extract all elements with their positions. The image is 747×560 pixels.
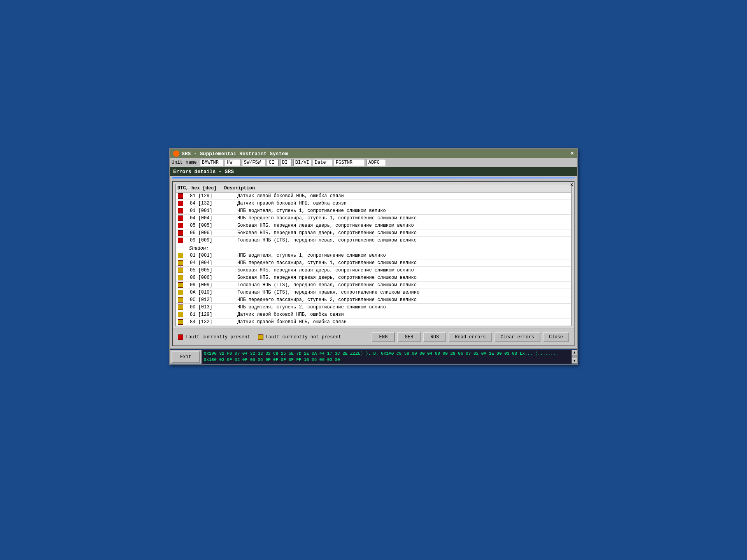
legend-fault-not-present: Fault currently not present bbox=[258, 334, 341, 340]
error-description: НПБ переднего пассажира, ступень 1, сопр… bbox=[236, 215, 570, 221]
table-row: 0A [010] Головная НПБ (ITS), передняя пр… bbox=[176, 289, 571, 296]
table-row: 05 [005] Боковая НПБ, передняя левая две… bbox=[176, 222, 571, 229]
error-description: Головная НПБ (ITS), передняя правая, соп… bbox=[236, 290, 570, 295]
error-description: НПБ переднего пассажира, ступень 1, сопр… bbox=[236, 260, 570, 266]
error-indicator bbox=[177, 193, 189, 199]
dtc-code: 05 [005] bbox=[189, 268, 236, 273]
inner-close-button[interactable]: × bbox=[570, 182, 573, 188]
errors-header: Errors details - SRS bbox=[170, 167, 577, 176]
legend-fault-present: Fault currently present bbox=[178, 334, 250, 340]
exit-button[interactable]: Exit bbox=[172, 351, 200, 363]
dtc-code: 0C [012] bbox=[189, 297, 236, 303]
error-description: НПБ водителя, ступень 2, сопротивление с… bbox=[236, 304, 570, 310]
dtc-code: 01 [001] bbox=[189, 253, 236, 258]
adfg-field[interactable]: ADFG bbox=[366, 159, 386, 166]
error-description: Датчик левой боковой НПБ, ошибка связи bbox=[236, 312, 570, 317]
table-row: 09 [009] Головная НПБ (ITS), передняя ле… bbox=[176, 237, 571, 244]
eng-button[interactable]: ENG bbox=[372, 332, 395, 342]
error-indicator bbox=[177, 230, 189, 236]
table-row: 01 [001] НПБ водителя, ступень 1, сопрот… bbox=[176, 207, 571, 215]
bottom-bar: Exit 0x190 32 F0 07 04 32 32 32 C8 25 5E… bbox=[170, 348, 577, 364]
col-desc-header: Description bbox=[224, 186, 570, 191]
table-row: 0C [012] НПБ переднего пассажира, ступен… bbox=[176, 296, 571, 304]
table-row: 01 [001] НПБ водителя, ступень 1, сопрот… bbox=[176, 252, 571, 259]
error-indicator bbox=[177, 200, 189, 206]
table-row: 0D [013] НПБ водителя, ступень 2, сопрот… bbox=[176, 304, 571, 311]
progress-bar bbox=[172, 177, 575, 178]
error-description: НПБ водителя, ступень 1, сопротивление с… bbox=[236, 208, 570, 214]
shadow-errors-section: 01 [001] НПБ водителя, ступень 1, сопрот… bbox=[176, 252, 571, 326]
dtc-code: 06 [006] bbox=[189, 230, 236, 236]
legend-present-label: Fault currently present bbox=[186, 334, 250, 340]
toolbar: Unit name BMWTNR HW SW/FSW CI DI BI/VI D… bbox=[170, 158, 577, 167]
ger-button[interactable]: GER bbox=[397, 332, 421, 342]
error-description: Датчик правой боковой НПБ, ошибка связи bbox=[236, 201, 570, 206]
error-description: НПБ переднего пассажира, ступень 2, сопр… bbox=[236, 297, 570, 303]
di-field[interactable]: DI bbox=[280, 159, 292, 166]
table-row: 06 [006] Боковая НПБ, передняя правая дв… bbox=[176, 229, 571, 237]
rus-button[interactable]: RUS bbox=[423, 332, 446, 342]
title-bar: SRS - Supplemental Restraint System × bbox=[170, 149, 577, 158]
read-errors-button[interactable]: Read errors bbox=[449, 332, 492, 342]
scroll-track[interactable] bbox=[572, 355, 577, 358]
close-button[interactable]: Close bbox=[543, 332, 569, 342]
error-indicator bbox=[177, 252, 189, 259]
dtc-code: 84 [132] bbox=[189, 319, 236, 325]
dtc-code: 0D [013] bbox=[189, 304, 236, 310]
table-header: DTC, hex [dec] Description bbox=[176, 184, 571, 192]
legend-red-box bbox=[178, 334, 183, 340]
table-row: 05 [005] Боковая НПБ, передняя левая две… bbox=[176, 267, 571, 274]
dtc-code: 06 [006] bbox=[189, 275, 236, 280]
error-description: Головная НПБ (ITS), передняя левая, сопр… bbox=[236, 238, 570, 243]
fgstnr-field[interactable]: FGSTNR bbox=[334, 159, 365, 166]
ci-field[interactable]: CI bbox=[267, 159, 279, 166]
error-indicator bbox=[177, 289, 189, 296]
dtc-code: 81 [129] bbox=[189, 193, 236, 199]
legend-yellow-box bbox=[258, 334, 263, 340]
scroll-bar[interactable]: ▲ ▼ bbox=[572, 350, 577, 364]
app-icon bbox=[173, 150, 179, 157]
table-row: 81 [129] Датчик левой боковой НПБ, ошибк… bbox=[176, 192, 571, 200]
error-description: Боковая НПБ, передняя правая дверь, сопр… bbox=[236, 275, 570, 280]
shadow-section-label: Shadow: bbox=[176, 244, 571, 252]
error-indicator bbox=[177, 275, 189, 281]
error-description: Датчик правой боковой НПБ, ошибка связи bbox=[236, 319, 570, 325]
bmwtnr-field[interactable]: BMWTNR bbox=[200, 159, 223, 166]
error-indicator bbox=[177, 267, 189, 273]
window-close-button[interactable]: × bbox=[571, 150, 574, 157]
hw-field[interactable]: HW bbox=[225, 159, 240, 166]
dtc-code: 04 [004] bbox=[189, 215, 236, 221]
error-indicator bbox=[177, 237, 189, 243]
unit-name-label: Unit name bbox=[172, 160, 197, 165]
bottom-toolbar: Exit 0x190 32 F0 07 04 32 32 32 C8 25 5E… bbox=[170, 350, 577, 364]
hex-display: 0x190 32 F0 07 04 32 32 32 C8 25 5E 7D 2… bbox=[202, 350, 572, 364]
window-title: SRS - Supplemental Restraint System bbox=[182, 151, 288, 157]
dtc-code: 05 [005] bbox=[189, 223, 236, 228]
error-description: Боковая НПБ, передняя левая дверь, сопро… bbox=[236, 223, 570, 228]
error-indicator bbox=[177, 208, 189, 214]
errors-table[interactable]: DTC, hex [dec] Description 81 [129] Датч… bbox=[175, 184, 572, 326]
swfsw-field[interactable]: SW/FSW bbox=[242, 159, 265, 166]
scroll-up-button[interactable]: ▲ bbox=[572, 350, 577, 355]
dtc-code: 0A [010] bbox=[189, 290, 236, 295]
dtc-code: 81 [129] bbox=[189, 312, 236, 317]
date-field[interactable]: Date bbox=[313, 159, 332, 166]
dtc-code: 04 [004] bbox=[189, 260, 236, 266]
table-row: 04 [004] НПБ переднего пассажира, ступен… bbox=[176, 259, 571, 267]
dtc-code: 84 [132] bbox=[189, 201, 236, 206]
error-indicator bbox=[177, 222, 189, 229]
table-row: 81 [129] Датчик левой боковой НПБ, ошибк… bbox=[176, 311, 571, 318]
error-description: Боковая НПБ, передняя левая дверь, сопро… bbox=[236, 268, 570, 273]
scroll-down-button[interactable]: ▼ bbox=[572, 358, 577, 364]
dtc-code: 09 [009] bbox=[189, 238, 236, 243]
error-indicator bbox=[177, 297, 189, 303]
error-indicator bbox=[177, 215, 189, 221]
error-indicator bbox=[177, 260, 189, 266]
clear-errors-button[interactable]: Clear errors bbox=[494, 332, 540, 342]
bivi-field[interactable]: BI/VI bbox=[293, 159, 311, 166]
table-row: 84 [132] Датчик правой боковой НПБ, ошиб… bbox=[176, 200, 571, 207]
table-row: 06 [006] Боковая НПБ, передняя правая дв… bbox=[176, 274, 571, 282]
table-row: 04 [004] НПБ переднего пассажира, ступен… bbox=[176, 215, 571, 222]
dtc-code: 01 [001] bbox=[189, 208, 236, 214]
error-indicator bbox=[177, 319, 189, 325]
